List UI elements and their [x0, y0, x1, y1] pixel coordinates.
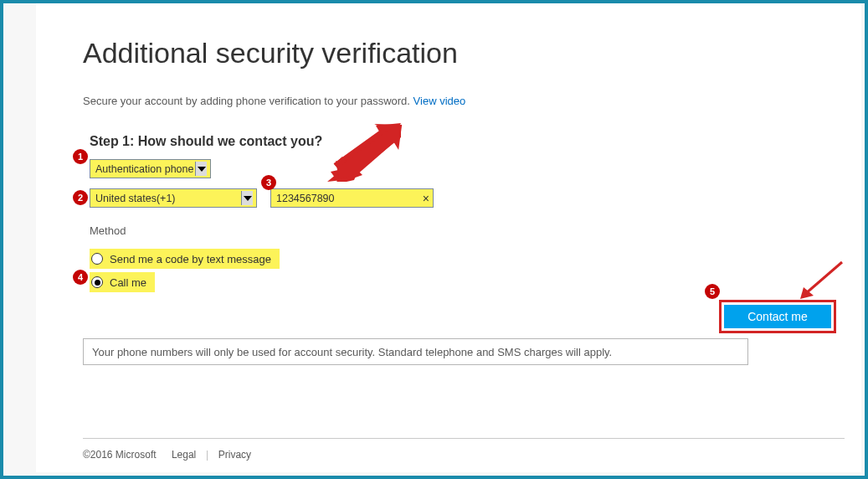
country-code-value: United states(+1)	[95, 193, 176, 204]
annotation-badge-3: 3	[261, 175, 276, 190]
step-title: Step 1: How should we contact you?	[90, 134, 836, 149]
footer: ©2016 Microsoft Legal | Privacy	[83, 438, 845, 461]
method-options: 4 Send me a code by text message Call me	[90, 249, 836, 292]
phone-number-value: 1234567890	[276, 193, 335, 204]
subtitle-row: Secure your account by adding phone veri…	[83, 95, 836, 107]
auth-phone-value: Authentication phone	[95, 163, 193, 175]
privacy-link[interactable]: Privacy	[218, 449, 251, 461]
page-title: Additional security verification	[83, 37, 836, 70]
method-call-label: Call me	[110, 276, 146, 289]
annotation-badge-2: 2	[73, 190, 88, 205]
annotation-badge-5: 5	[705, 284, 720, 299]
radio-icon[interactable]	[91, 276, 103, 288]
radio-icon[interactable]	[91, 253, 103, 265]
copyright-text: ©2016 Microsoft	[83, 449, 157, 461]
row-auth-phone: 1 Authentication phone	[90, 159, 836, 178]
content-area: Additional security verification Secure …	[83, 37, 836, 422]
security-notice: Your phone numbers will only be used for…	[83, 338, 748, 365]
method-label: Method	[90, 224, 836, 237]
chevron-down-icon	[241, 191, 253, 205]
subtitle-text: Secure your account by adding phone veri…	[83, 95, 410, 107]
legal-link[interactable]: Legal	[172, 449, 196, 461]
annotation-badge-4: 4	[73, 270, 88, 285]
app-frame: Additional security verification Secure …	[0, 0, 868, 479]
annotation-badge-1: 1	[73, 149, 88, 164]
contact-me-button[interactable]: Contact me	[724, 305, 831, 328]
method-text-label: Send me a code by text message	[110, 253, 271, 265]
chevron-down-icon	[195, 162, 207, 176]
country-code-select[interactable]: United states(+1)	[90, 188, 257, 208]
clear-input-icon[interactable]: ×	[423, 192, 429, 205]
phone-number-input[interactable]: 1234567890 ×	[270, 188, 434, 208]
view-video-link[interactable]: View video	[413, 95, 466, 107]
auth-phone-select[interactable]: Authentication phone	[90, 159, 211, 178]
divider: |	[203, 449, 212, 461]
contact-me-highlight: 5 Contact me	[719, 300, 836, 333]
method-call-option[interactable]: Call me	[90, 272, 155, 292]
method-text-option[interactable]: Send me a code by text message	[90, 249, 280, 269]
page: Additional security verification Secure …	[36, 3, 861, 472]
